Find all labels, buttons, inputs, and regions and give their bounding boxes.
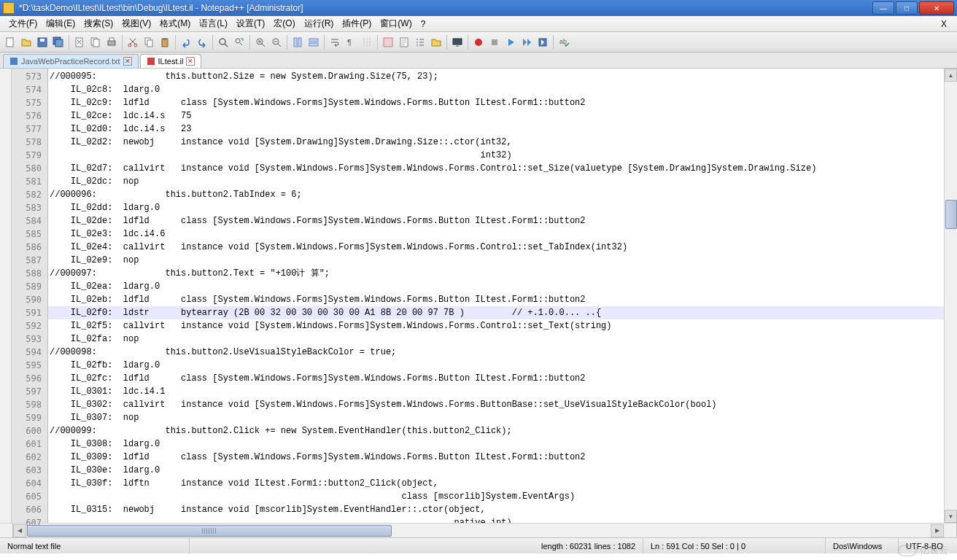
wordwrap-button[interactable] <box>328 35 342 50</box>
fold-margin[interactable] <box>0 69 12 523</box>
tab-label: JavaWebPracticeRecord.txt <box>21 57 120 66</box>
watermark: 亿速云 <box>898 544 948 557</box>
menu-settings[interactable]: 设置(T) <box>232 18 269 30</box>
menu-format[interactable]: 格式(M) <box>155 18 195 30</box>
zoom-in-button[interactable] <box>253 35 268 50</box>
zoom-out-button[interactable] <box>269 35 284 50</box>
menu-view[interactable]: 视图(V) <box>117 18 155 30</box>
svg-rect-4 <box>55 39 63 47</box>
replace-button[interactable] <box>232 35 247 50</box>
print-button[interactable] <box>104 35 119 50</box>
cloud-icon <box>898 545 917 556</box>
svg-rect-23 <box>309 43 318 46</box>
play-macro-button[interactable] <box>503 35 518 50</box>
svg-rect-33 <box>147 58 155 65</box>
status-bar: Normal text file length : 60231 lines : … <box>0 537 957 553</box>
svg-point-17 <box>236 39 240 43</box>
copy-button[interactable] <box>142 35 156 50</box>
menu-help[interactable]: ? <box>416 19 430 29</box>
menu-language[interactable]: 语言(L) <box>195 18 232 30</box>
cut-button[interactable] <box>125 35 140 50</box>
svg-rect-0 <box>7 38 13 47</box>
svg-rect-8 <box>108 41 115 45</box>
tab-javaweb[interactable]: JavaWebPracticeRecord.txt ✕ <box>3 54 139 68</box>
find-button[interactable] <box>216 35 230 50</box>
stop-macro-button[interactable] <box>487 35 502 50</box>
status-position: Ln : 591 Col : 50 Sel : 0 | 0 <box>643 538 826 553</box>
editor-area: 5735745755765775785795805815825835845855… <box>0 69 957 523</box>
status-eol: Dos\Windows <box>826 538 899 553</box>
svg-rect-13 <box>147 40 152 47</box>
watermark-text: 亿速云 <box>920 544 948 557</box>
folder-workspace-button[interactable] <box>429 35 443 50</box>
svg-text:¶: ¶ <box>347 38 352 47</box>
horizontal-scroll-row: ◀ ▶ <box>0 523 957 537</box>
maximize-button[interactable]: □ <box>896 1 918 15</box>
svg-rect-29 <box>492 39 497 45</box>
scroll-down-icon[interactable]: ▼ <box>945 510 957 523</box>
menu-search[interactable]: 搜索(S) <box>80 18 117 30</box>
paste-button[interactable] <box>158 35 172 50</box>
scroll-right-icon[interactable]: ▶ <box>931 524 944 537</box>
tab-bar: JavaWebPracticeRecord.txt ✕ ILtest.il ✕ <box>0 52 957 69</box>
code-view[interactable]: //000095: this.button2.Size = new System… <box>48 69 944 523</box>
menu-run[interactable]: 运行(R) <box>300 18 338 30</box>
show-all-chars-button[interactable]: ¶ <box>344 35 358 50</box>
svg-point-28 <box>475 39 482 46</box>
scroll-thumb-h[interactable] <box>27 525 392 537</box>
save-macro-button[interactable] <box>535 35 550 50</box>
tab-label: ILtest.il <box>158 57 184 66</box>
menubar-close-icon[interactable]: X <box>935 19 953 29</box>
status-length: length : 60231 lines : 1082 <box>534 538 643 553</box>
sync-v-button[interactable] <box>290 35 305 50</box>
record-macro-button[interactable] <box>471 35 486 50</box>
save-button[interactable] <box>35 35 50 50</box>
play-multi-button[interactable] <box>519 35 534 50</box>
minimize-button[interactable]: — <box>872 1 894 15</box>
menu-edit[interactable]: 编辑(E) <box>42 18 80 30</box>
sync-h-button[interactable] <box>306 35 321 50</box>
toolbar: ¶ ab <box>0 32 957 52</box>
tab-iltest[interactable]: ILtest.il ✕ <box>140 54 202 68</box>
close-all-button[interactable] <box>88 35 103 50</box>
scroll-left-icon[interactable]: ◀ <box>13 524 26 537</box>
tab-close-icon[interactable]: ✕ <box>186 57 195 66</box>
tab-close-icon[interactable]: ✕ <box>123 57 132 66</box>
redo-button[interactable] <box>195 35 209 50</box>
svg-rect-25 <box>384 38 392 47</box>
open-file-button[interactable] <box>19 35 34 50</box>
file-icon <box>9 57 18 66</box>
scroll-thumb[interactable] <box>945 200 957 229</box>
vertical-scrollbar[interactable]: ▲ ▼ <box>944 69 957 523</box>
svg-rect-7 <box>93 39 99 47</box>
line-number-gutter: 5735745755765775785795805815825835845855… <box>12 69 48 523</box>
svg-rect-2 <box>40 39 44 42</box>
menu-plugins[interactable]: 插件(P) <box>338 18 376 30</box>
svg-rect-21 <box>298 38 301 47</box>
svg-rect-27 <box>453 39 462 44</box>
svg-point-16 <box>220 39 225 44</box>
close-file-button[interactable] <box>72 35 87 50</box>
svg-text:ab: ab <box>559 38 567 45</box>
horizontal-scrollbar[interactable]: ◀ ▶ <box>13 524 944 537</box>
menu-macro[interactable]: 宏(O) <box>269 18 299 30</box>
svg-rect-32 <box>10 58 18 65</box>
svg-rect-20 <box>294 38 297 47</box>
app-icon <box>3 2 15 14</box>
menu-bar: 文件(F) 编辑(E) 搜索(S) 视图(V) 格式(M) 语言(L) 设置(T… <box>0 16 957 32</box>
lang-user-button[interactable] <box>381 35 395 50</box>
doc-map-button[interactable] <box>397 35 411 50</box>
close-button[interactable]: ✕ <box>919 1 954 15</box>
menu-file[interactable]: 文件(F) <box>4 18 42 30</box>
svg-rect-15 <box>163 38 166 40</box>
save-all-button[interactable] <box>51 35 66 50</box>
spellcheck-button[interactable]: ab <box>557 35 571 50</box>
new-file-button[interactable] <box>3 35 18 50</box>
menu-window[interactable]: 窗口(W) <box>376 18 416 30</box>
file-modified-icon <box>147 57 155 66</box>
indent-guide-button[interactable] <box>360 35 374 50</box>
scroll-up-icon[interactable]: ▲ <box>945 69 957 82</box>
monitor-button[interactable] <box>450 35 465 50</box>
func-list-button[interactable] <box>413 35 427 50</box>
undo-button[interactable] <box>179 35 193 50</box>
